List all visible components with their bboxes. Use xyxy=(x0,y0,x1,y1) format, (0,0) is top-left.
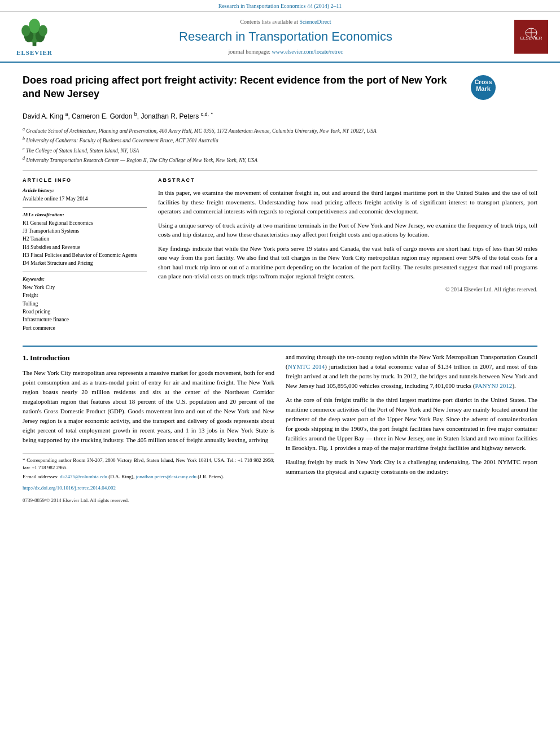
authors: David A. King a, Cameron E. Gordon b, Jo… xyxy=(23,111,537,121)
abstract-text: In this paper, we examine the movement o… xyxy=(158,188,537,281)
jel-h2: H2 Taxation xyxy=(23,235,147,243)
abstract-p3: Key findings indicate that while the New… xyxy=(158,244,537,281)
contents-available: Contents lists available at ScienceDirec… xyxy=(67,18,505,26)
intro-right-p2: At the core of this freight traffic is t… xyxy=(286,395,537,453)
corresponding-author-note: * Corresponding author Room 3N-207, 2800… xyxy=(23,457,274,471)
jel-d4: D4 Market Structure and Pricing xyxy=(23,260,147,267)
article-info-abstract: ARTICLE INFO Article history: Available … xyxy=(23,177,537,337)
elsevier-right-box: ELSEVIER xyxy=(514,20,548,54)
article-content: Does road pricing affect port freight ac… xyxy=(0,63,560,521)
jel-r1: R1 General Regional Economics xyxy=(23,220,147,227)
body-col-right: and moving through the ten-county region… xyxy=(286,352,537,509)
elsevier-logo-right: ELSEVIER xyxy=(511,20,551,54)
journal-homepage: journal homepage: www.elsevier.com/locat… xyxy=(67,48,505,56)
author-list: David A. King a, Cameron E. Gordon b, Jo… xyxy=(23,112,213,120)
available-online: Available online 17 May 2014 xyxy=(23,195,147,203)
elsevier-tree-icon xyxy=(15,16,54,47)
body-col-left: 1. Introduction The New York City metrop… xyxy=(23,352,274,509)
nymtc-cite[interactable]: NYMTC 2014 xyxy=(288,363,325,370)
affiliations: a Graduate School of Architecture, Plann… xyxy=(23,126,537,165)
email-link-2[interactable]: jonathan.peters@csi.cuny.edu xyxy=(136,474,196,479)
affiliation-a: a Graduate School of Architecture, Plann… xyxy=(23,126,537,135)
intro-right-p1: and moving through the ten-county region… xyxy=(286,352,537,391)
svg-text:Cross: Cross xyxy=(474,78,492,85)
elsevier-right-icon: ELSEVIER xyxy=(517,23,545,51)
intro-section-title: 1. Introduction xyxy=(23,352,274,364)
info-divider-2 xyxy=(23,272,147,272)
keyword-freight: Freight xyxy=(23,292,147,299)
doi-link[interactable]: http://dx.doi.org/10.1016/j.retrec.2014.… xyxy=(23,485,116,491)
journal-url[interactable]: www.elsevier.com/locate/retrec xyxy=(272,49,343,55)
copyright: © 2014 Elsevier Ltd. All rights reserved… xyxy=(158,286,537,294)
history-label: Article history: xyxy=(23,187,147,194)
info-divider-1 xyxy=(23,207,147,208)
email-link[interactable]: dk2475@columbia.edu xyxy=(60,474,107,479)
keyword-road-pricing: Road pricing xyxy=(23,308,147,316)
abstract-p1: In this paper, we examine the movement o… xyxy=(158,188,537,216)
affiliation-c: c The College of Staten Island, Staten I… xyxy=(23,146,537,155)
body-section: 1. Introduction The New York City metrop… xyxy=(23,346,537,509)
article-history: Article history: Available online 17 May… xyxy=(23,187,147,203)
doi-link-p: http://dx.doi.org/10.1016/j.retrec.2014.… xyxy=(23,484,274,492)
article-info-column: ARTICLE INFO Article history: Available … xyxy=(23,177,147,337)
abstract-p2: Using a unique survey of truck activity … xyxy=(158,221,537,239)
svg-point-7 xyxy=(39,25,47,36)
doi-section: http://dx.doi.org/10.1016/j.retrec.2014.… xyxy=(23,484,274,505)
sciencedirect-link[interactable]: ScienceDirect xyxy=(299,19,331,25)
keyword-tolling: Tolling xyxy=(23,300,147,308)
abstract-column: ABSTRACT In this paper, we examine the m… xyxy=(158,177,537,337)
keyword-infra-finance: Infrastructure finance xyxy=(23,316,147,324)
intro-right-p3: Hauling freight by truck in New York Cit… xyxy=(286,457,537,477)
affiliation-b: b University of Canberra: Faculty of Bus… xyxy=(23,136,537,145)
affiliation-d: d University Transportation Research Cen… xyxy=(23,155,537,164)
jel-h3: H3 Fiscal Policies and Behavior of Econo… xyxy=(23,252,147,259)
jels-section: JELs classification: R1 General Regional… xyxy=(23,211,147,267)
keyword-port: Port commerce xyxy=(23,325,147,332)
article-info-title: ARTICLE INFO xyxy=(23,177,147,184)
elsevier-logo-left: ELSEVIER xyxy=(9,16,60,57)
journal-citation: Research in Transportation Economics 44 … xyxy=(218,3,342,9)
crossmark-badge: Cross Mark xyxy=(470,74,498,104)
keyword-nyc: New York City xyxy=(23,284,147,291)
keywords-label: Keywords: xyxy=(23,276,147,283)
jel-h4: H4 Subsidies and Revenue xyxy=(23,244,147,251)
intro-p1: The New York City metropolitan area repr… xyxy=(23,368,274,445)
abstract-title: ABSTRACT xyxy=(158,177,537,184)
panynj-cite[interactable]: PANYNJ 2012 xyxy=(475,382,512,389)
header-divider xyxy=(23,171,537,171)
journal-title: Research in Transportation Economics xyxy=(67,28,505,46)
jels-label: JELs classification: xyxy=(23,211,147,219)
elsevier-label: ELSEVIER xyxy=(16,49,53,57)
issn-text: 0739-8859/© 2014 Elsevier Ltd. All right… xyxy=(23,497,274,505)
journal-bar: Research in Transportation Economics 44 … xyxy=(0,0,560,12)
body-two-col: 1. Introduction The New York City metrop… xyxy=(23,352,537,509)
journal-header: ELSEVIER Contents lists available at Sci… xyxy=(0,12,560,63)
footnotes: * Corresponding author Room 3N-207, 2800… xyxy=(23,453,274,480)
article-title: Does road pricing affect port freight ac… xyxy=(23,74,463,101)
jel-j3: J3 Transportation Systems xyxy=(23,228,147,235)
keywords-section: Keywords: New York City Freight Tolling … xyxy=(23,276,147,331)
journal-header-center: Contents lists available at ScienceDirec… xyxy=(67,18,505,56)
svg-text:Mark: Mark xyxy=(476,85,491,92)
svg-point-6 xyxy=(21,25,30,36)
email-note: E-mail addresses: dk2475@columbia.edu (D… xyxy=(23,473,274,480)
svg-point-5 xyxy=(29,19,40,33)
